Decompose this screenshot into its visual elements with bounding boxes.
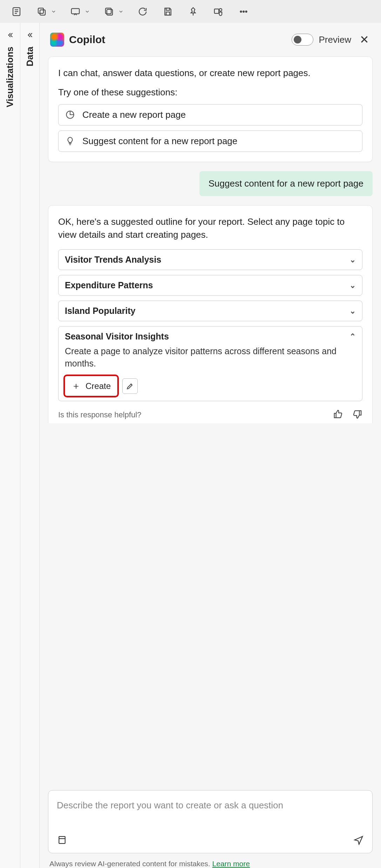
suggestion-label: Create a new report page: [82, 109, 186, 120]
suggestion-label: Suggest content for a new report page: [82, 136, 237, 147]
topic-island-popularity[interactable]: Island Popularity ⌄: [58, 301, 362, 321]
svg-rect-10: [166, 12, 170, 15]
ribbon-copy-chevron-icon[interactable]: [50, 5, 57, 18]
svg-rect-8: [106, 8, 111, 14]
chevron-up-icon: ⌃: [349, 332, 356, 341]
ribbon-save-icon[interactable]: [161, 5, 175, 18]
ribbon-pin-icon[interactable]: [186, 5, 200, 18]
try-text: Try one of these suggestions:: [58, 87, 362, 98]
lightbulb-icon: [65, 136, 75, 146]
topic-visitor-trends[interactable]: Visitor Trends Analysis ⌄: [58, 249, 362, 270]
ribbon-duplicate-icon[interactable]: [102, 5, 116, 18]
close-icon[interactable]: ✕: [358, 33, 370, 47]
ribbon-more-icon[interactable]: [237, 5, 250, 18]
svg-rect-5: [38, 8, 43, 13]
send-icon[interactable]: [353, 835, 364, 847]
data-source-icon[interactable]: [57, 835, 67, 847]
response-intro: OK, here's a suggested outline for your …: [58, 215, 362, 242]
topic-title: Seasonal Visitor Insights: [65, 331, 169, 342]
composer-input[interactable]: Describe the report you want to create o…: [57, 799, 364, 827]
topic-seasonal-insights[interactable]: Seasonal Visitor Insights ⌃ Create a pag…: [58, 326, 362, 401]
copilot-logo-icon: [50, 33, 64, 47]
intro-text: I can chat, answer data questions, or cr…: [58, 67, 362, 80]
edit-button[interactable]: [122, 378, 138, 394]
svg-rect-9: [166, 8, 170, 10]
chevron-down-icon: ⌄: [349, 307, 356, 316]
pencil-icon: [126, 382, 134, 390]
svg-point-13: [219, 8, 222, 11]
topic-description: Create a page to analyze visitor pattern…: [65, 345, 356, 370]
thumbs-down-icon[interactable]: [352, 409, 362, 421]
topic-title: Visitor Trends Analysis: [65, 255, 161, 265]
collapse-icon[interactable]: [25, 30, 35, 40]
create-button[interactable]: ＋ Create: [65, 376, 117, 396]
svg-rect-18: [59, 836, 65, 843]
svg-point-16: [246, 11, 247, 12]
ribbon-outline-icon[interactable]: [10, 5, 23, 18]
rail-visualizations[interactable]: Visualizations: [0, 23, 20, 868]
preview-toggle[interactable]: [292, 34, 313, 46]
ribbon: [0, 0, 381, 23]
svg-rect-7: [107, 9, 113, 15]
svg-rect-6: [72, 8, 80, 14]
feedback-question: Is this response helpful?: [58, 410, 141, 419]
rail-visualizations-label: Visualizations: [5, 47, 15, 107]
topic-title: Expenditure Patterns: [65, 280, 153, 290]
disclaimer: Always review AI-generated content for m…: [48, 853, 373, 868]
topic-expenditure-patterns[interactable]: Expenditure Patterns ⌄: [58, 275, 362, 296]
copilot-title: Copilot: [69, 34, 292, 46]
composer[interactable]: Describe the report you want to create o…: [48, 790, 373, 853]
chevron-down-icon: ⌄: [349, 281, 356, 290]
chevron-down-icon: ⌄: [349, 255, 356, 264]
topic-title: Island Popularity: [65, 306, 135, 316]
create-button-label: Create: [86, 381, 111, 391]
ribbon-teams-icon[interactable]: [212, 5, 225, 18]
ribbon-present-chevron-icon[interactable]: [84, 5, 90, 18]
ribbon-copy-icon[interactable]: [35, 5, 48, 18]
learn-more-link[interactable]: Learn more: [212, 860, 250, 868]
suggestion-create-report[interactable]: Create a new report page: [58, 104, 362, 126]
user-message: Suggest content for a new report page: [199, 171, 373, 196]
plus-icon: ＋: [72, 380, 81, 392]
svg-rect-4: [40, 10, 45, 15]
svg-rect-12: [215, 9, 219, 13]
collapse-icon[interactable]: [5, 30, 15, 40]
rail-data-label: Data: [25, 47, 35, 66]
thumbs-up-icon[interactable]: [333, 409, 343, 421]
intro-card: I can chat, answer data questions, or cr…: [48, 56, 373, 162]
disclaimer-text: Always review AI-generated content for m…: [49, 860, 212, 868]
ribbon-refresh-icon[interactable]: [136, 5, 149, 18]
ribbon-duplicate-chevron-icon[interactable]: [118, 5, 124, 18]
rail-data[interactable]: Data: [20, 23, 40, 868]
svg-point-15: [243, 11, 244, 12]
suggestion-suggest-content[interactable]: Suggest content for a new report page: [58, 130, 362, 152]
response-card: OK, here's a suggested outline for your …: [48, 205, 373, 423]
copilot-header: Copilot Preview ✕: [48, 23, 373, 56]
pie-chart-icon: [65, 109, 75, 120]
svg-point-14: [240, 11, 242, 12]
ribbon-present-icon[interactable]: [69, 5, 82, 18]
preview-label: Preview: [319, 34, 351, 45]
copilot-pane: Copilot Preview ✕ I can chat, answer dat…: [40, 23, 381, 868]
